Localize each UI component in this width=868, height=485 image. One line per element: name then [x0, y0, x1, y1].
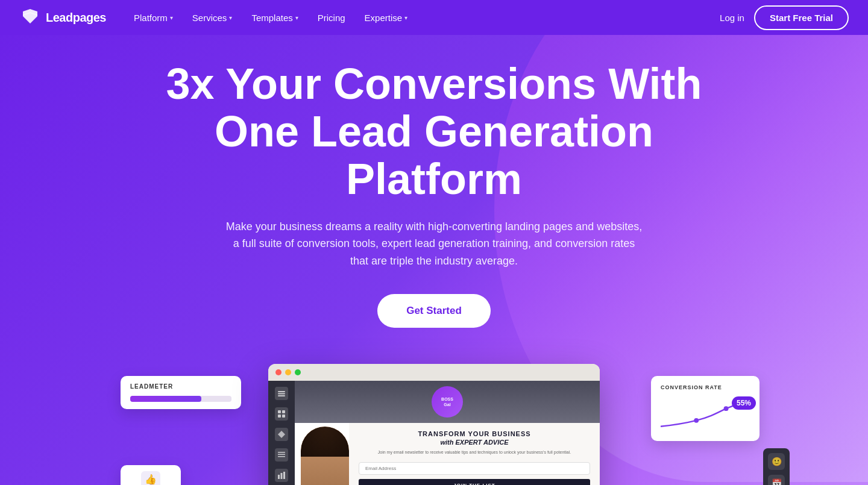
nav-expertise[interactable]: Expertise ▾ — [356, 8, 417, 28]
leadmeter-card: LEADMETER — [121, 376, 241, 409]
logo[interactable]: Leadpages — [19, 7, 106, 28]
svg-rect-2 — [278, 393, 285, 394]
logo-text: Leadpages — [46, 11, 106, 25]
svg-rect-9 — [278, 452, 285, 453]
lp-main-heading: TRANSFORM YOUR BUSINESS — [359, 430, 590, 437]
get-started-button[interactable]: Get Started — [377, 294, 491, 328]
nav-services[interactable]: Services ▾ — [184, 8, 241, 28]
sidebar-list-icon — [275, 448, 288, 462]
nav-platform[interactable]: Platform ▾ — [125, 8, 181, 28]
conversion-label: CONVERSION RATE — [661, 384, 750, 390]
landing-page-preview: BOSSGal TRANSFORM YOUR BUSINESS with EXP… — [295, 381, 600, 485]
conversion-percent-badge: 55% — [732, 396, 756, 410]
svg-rect-3 — [278, 395, 285, 396]
browser-bar — [268, 364, 600, 381]
chevron-down-icon: ▾ — [295, 14, 298, 21]
person-illustration — [301, 427, 349, 485]
lp-email-input[interactable] — [359, 462, 590, 475]
chevron-down-icon: ▾ — [229, 14, 232, 21]
thumbs-up-icon: 👍 — [141, 471, 160, 485]
browser-minimize-dot — [285, 369, 291, 375]
browser-window: BOSSGal TRANSFORM YOUR BUSINESS with EXP… — [268, 364, 600, 485]
lp-form-section: TRANSFORM YOUR BUSINESS with EXPERT ADVI… — [349, 423, 600, 485]
editor-sidebar — [268, 381, 295, 485]
lp-description: Join my email newsletter to receive valu… — [359, 449, 590, 456]
sidebar-layers-icon — [275, 387, 288, 400]
emoji-icon: 🙂 — [768, 453, 785, 470]
lp-sub-heading: with EXPERT ADVICE — [359, 439, 590, 446]
chevron-down-icon: ▾ — [170, 14, 173, 21]
browser-close-dot — [275, 369, 281, 375]
lp-hero-image: BOSSGal — [295, 381, 600, 423]
svg-rect-5 — [282, 410, 285, 413]
svg-rect-6 — [278, 415, 281, 418]
hero-section: 3x Your Conversions With One Lead Genera… — [0, 0, 868, 485]
lp-join-button[interactable]: JOIN THE LIST — [359, 479, 590, 485]
svg-rect-7 — [282, 415, 285, 418]
nav-pricing[interactable]: Pricing — [309, 8, 354, 28]
leadmeter-bar-fill — [130, 396, 201, 402]
svg-rect-1 — [278, 391, 285, 392]
svg-point-18 — [694, 418, 699, 423]
sidebar-grid-icon — [275, 407, 288, 421]
conversion-chart: 55% — [661, 396, 750, 433]
svg-rect-14 — [283, 472, 285, 479]
boss-gal-logo: BOSSGal — [432, 386, 463, 418]
hero-subtitle: Make your business dreams a reality with… — [223, 218, 645, 270]
conversion-rate-card: CONVERSION RATE 55% — [651, 376, 760, 441]
start-trial-button[interactable]: Start Free Trial — [754, 5, 849, 30]
chevron-down-icon: ▾ — [404, 14, 407, 21]
social-actions-card: 👍 — — [121, 465, 181, 485]
nav-links: Platform ▾ Services ▾ Templates ▾ Pricin… — [125, 8, 720, 28]
svg-rect-13 — [281, 473, 283, 479]
svg-rect-10 — [278, 454, 285, 455]
browser-maximize-dot — [295, 369, 301, 375]
mock-ui-container: LEADMETER — [193, 364, 675, 485]
leadmeter-label: LEADMETER — [130, 383, 231, 390]
svg-marker-8 — [278, 431, 285, 438]
calendar-icon: 📅 — [768, 475, 785, 485]
navigation: Leadpages Platform ▾ Services ▾ Template… — [0, 0, 868, 35]
nav-right: Log in Start Free Trial — [720, 5, 849, 30]
nav-templates[interactable]: Templates ▾ — [243, 8, 306, 28]
right-icon-panel: 🙂 📅 🎬 ⏱ — [763, 448, 790, 485]
sidebar-chart-icon — [275, 469, 288, 482]
leadmeter-bar-background — [130, 396, 231, 402]
login-link[interactable]: Log in — [720, 13, 744, 23]
svg-rect-4 — [278, 410, 281, 413]
hero-title: 3x Your Conversions With One Lead Genera… — [163, 60, 705, 204]
svg-rect-12 — [278, 475, 280, 479]
sidebar-diamond-icon — [275, 428, 288, 441]
svg-rect-11 — [278, 456, 285, 457]
svg-point-19 — [724, 406, 729, 411]
